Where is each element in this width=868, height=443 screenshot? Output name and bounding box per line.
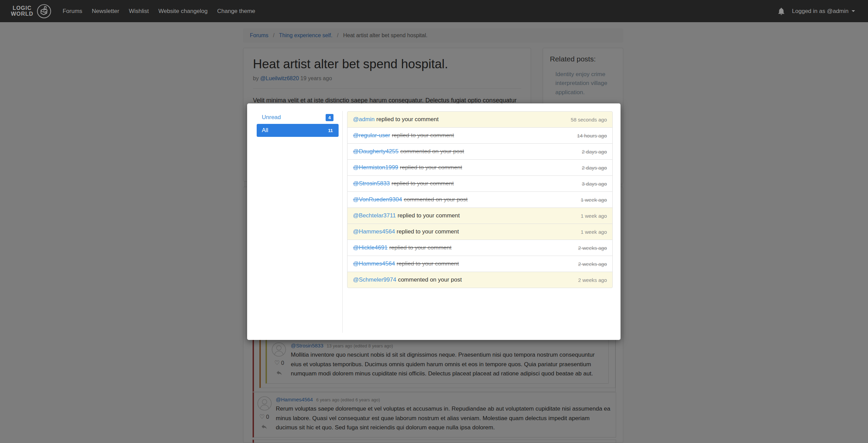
notifications-bell-icon[interactable] bbox=[777, 7, 786, 16]
notification-time: 14 hours ago bbox=[577, 133, 607, 139]
notification-user-link[interactable]: @Hammes4564 bbox=[353, 260, 395, 267]
logo-text: LOGIC WORLD bbox=[11, 5, 33, 17]
user-menu-label: Logged in as @admin bbox=[792, 8, 849, 15]
notification-item[interactable]: @Hermiston1999replied to your comment 2 … bbox=[347, 159, 613, 176]
notification-user-link[interactable]: @VonRueden9304 bbox=[353, 196, 402, 203]
notification-item[interactable]: @regular-userreplied to your comment 14 … bbox=[347, 127, 613, 144]
logo-text-line2: WORLD bbox=[11, 11, 33, 17]
modal-divider bbox=[342, 111, 343, 333]
notification-action: replied to your comment bbox=[400, 164, 462, 171]
notification-time: 2 weeks ago bbox=[578, 245, 607, 251]
user-menu[interactable]: Logged in as @admin bbox=[792, 8, 855, 15]
notification-user-link[interactable]: @Daugherty4255 bbox=[353, 148, 399, 155]
tab-all-label: All bbox=[262, 127, 268, 134]
notification-user-link[interactable]: @Schmeler9974 bbox=[353, 276, 396, 283]
logo-text-line1: LOGIC bbox=[11, 5, 33, 11]
notification-user-link[interactable]: @Hammes4564 bbox=[353, 228, 395, 235]
notification-item[interactable]: @Strosin5833replied to your comment 3 da… bbox=[347, 175, 613, 192]
notification-action: commented on your post bbox=[400, 148, 464, 155]
notification-time: 1 week ago bbox=[581, 229, 607, 235]
notification-time: 2 weeks ago bbox=[578, 261, 607, 267]
notification-action: replied to your comment bbox=[389, 244, 451, 251]
notification-time: 1 week ago bbox=[581, 197, 607, 203]
notification-action: commented on your post bbox=[404, 196, 468, 203]
logo[interactable]: LOGIC WORLD bbox=[11, 4, 52, 19]
notification-time: 58 seconds ago bbox=[571, 117, 607, 123]
notification-action: replied to your comment bbox=[376, 116, 439, 123]
notification-item[interactable]: @Hammes4564replied to your comment 2 wee… bbox=[347, 256, 613, 272]
chevron-down-icon bbox=[852, 10, 855, 12]
nav-link-forums[interactable]: Forums bbox=[58, 0, 87, 22]
notification-user-link[interactable]: @Hermiston1999 bbox=[353, 164, 398, 171]
notification-user-link[interactable]: @Hickle4691 bbox=[353, 244, 387, 251]
notification-time: 2 days ago bbox=[582, 165, 607, 171]
tab-unread-label: Unread bbox=[262, 114, 281, 121]
notification-action: commented on your post bbox=[398, 276, 462, 283]
navbar: LOGIC WORLD Forums Newsletter Wishlist W… bbox=[0, 0, 868, 22]
notification-action: replied to your comment bbox=[397, 228, 459, 235]
notification-time: 3 days ago bbox=[582, 181, 607, 187]
notification-user-link[interactable]: @regular-user bbox=[353, 132, 390, 139]
navbar-right: Logged in as @admin bbox=[777, 7, 855, 16]
all-count-badge: 11 bbox=[327, 127, 333, 134]
notification-time: 2 days ago bbox=[582, 149, 607, 155]
logic-world-logo-icon bbox=[37, 4, 52, 19]
nav-links: Forums Newsletter Wishlist Website chang… bbox=[58, 0, 260, 22]
unread-count-badge: 4 bbox=[326, 114, 333, 121]
notification-action: replied to your comment bbox=[392, 180, 454, 187]
nav-link-change-theme[interactable]: Change theme bbox=[212, 0, 260, 22]
notification-item[interactable]: @adminreplied to your comment 58 seconds… bbox=[347, 111, 613, 128]
notification-tabs: Unread 4 All 11 bbox=[257, 111, 339, 137]
nav-link-newsletter[interactable]: Newsletter bbox=[87, 0, 124, 22]
notification-user-link[interactable]: @Bechtelar3711 bbox=[353, 212, 396, 219]
notification-item[interactable]: @Hickle4691replied to your comment 2 wee… bbox=[347, 240, 613, 256]
nav-link-wishlist[interactable]: Wishlist bbox=[124, 0, 154, 22]
notification-item[interactable]: @Hammes4564replied to your comment 1 wee… bbox=[347, 224, 613, 240]
notification-user-link[interactable]: @Strosin5833 bbox=[353, 180, 390, 187]
notification-action: replied to your comment bbox=[392, 132, 454, 139]
notification-action: replied to your comment bbox=[398, 212, 460, 219]
notifications-modal: Unread 4 All 11 @adminreplied to your co… bbox=[247, 103, 621, 340]
notification-item[interactable]: @Daugherty4255commented on your post 2 d… bbox=[347, 143, 613, 160]
notification-action: replied to your comment bbox=[397, 260, 459, 267]
notification-time: 1 week ago bbox=[581, 213, 607, 219]
tab-all[interactable]: All 11 bbox=[257, 124, 339, 137]
notification-item[interactable]: @VonRueden9304commented on your post 1 w… bbox=[347, 191, 613, 208]
notification-time: 2 weeks ago bbox=[578, 277, 607, 283]
tab-unread[interactable]: Unread 4 bbox=[257, 111, 339, 124]
notification-item[interactable]: @Schmeler9974commented on your post 2 we… bbox=[347, 272, 613, 288]
notification-user-link[interactable]: @admin bbox=[353, 116, 375, 123]
nav-link-website-changelog[interactable]: Website changelog bbox=[154, 0, 212, 22]
notification-list: @adminreplied to your comment 58 seconds… bbox=[347, 111, 613, 288]
notification-item[interactable]: @Bechtelar3711replied to your comment 1 … bbox=[347, 208, 613, 224]
